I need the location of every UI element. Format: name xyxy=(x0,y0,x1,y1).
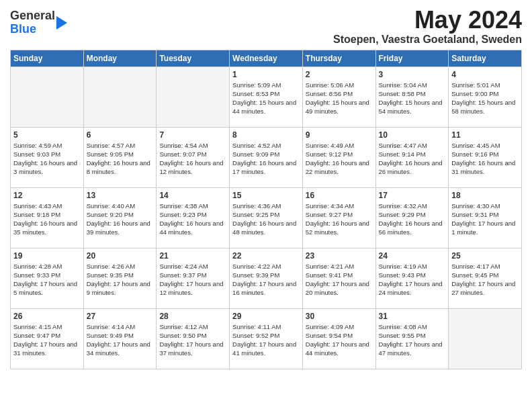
calendar-cell: 16Sunrise: 4:34 AMSunset: 9:27 PMDayligh… xyxy=(302,187,375,248)
day-detail: Sunrise: 5:06 AMSunset: 8:56 PMDaylight:… xyxy=(306,81,373,116)
day-detail: Sunrise: 4:14 AMSunset: 9:49 PMDaylight:… xyxy=(87,322,154,358)
day-detail: Sunrise: 4:09 AMSunset: 9:54 PMDaylight:… xyxy=(306,322,373,358)
day-number: 17 xyxy=(379,191,446,200)
calendar-cell: 1Sunrise: 5:09 AMSunset: 8:53 PMDaylight… xyxy=(230,66,303,127)
day-number: 9 xyxy=(306,130,373,140)
calendar-cell: 18Sunrise: 4:30 AMSunset: 9:31 PMDayligh… xyxy=(449,187,522,248)
calendar-title: May 2024 xyxy=(333,7,522,34)
day-detail: Sunrise: 4:45 AMSunset: 9:16 PMDaylight:… xyxy=(451,141,519,177)
calendar-cell: 8Sunrise: 4:52 AMSunset: 9:09 PMDaylight… xyxy=(230,127,303,187)
calendar-subtitle: Stoepen, Vaestra Goetaland, Sweden xyxy=(333,34,522,46)
weekday-header: Saturday xyxy=(449,50,522,66)
day-number: 8 xyxy=(232,130,300,140)
calendar-cell: 24Sunrise: 4:19 AMSunset: 9:43 PMDayligh… xyxy=(375,248,449,308)
calendar-cell: 2Sunrise: 5:06 AMSunset: 8:56 PMDaylight… xyxy=(302,66,375,127)
day-detail: Sunrise: 4:34 AMSunset: 9:27 PMDaylight:… xyxy=(306,201,373,237)
calendar-cell: 17Sunrise: 4:32 AMSunset: 9:29 PMDayligh… xyxy=(375,187,449,248)
calendar-cell: 30Sunrise: 4:09 AMSunset: 9:54 PMDayligh… xyxy=(302,308,375,369)
calendar-cell: 28Sunrise: 4:12 AMSunset: 9:50 PMDayligh… xyxy=(157,308,230,369)
weekday-header: Monday xyxy=(83,50,157,66)
calendar-cell: 15Sunrise: 4:36 AMSunset: 9:25 PMDayligh… xyxy=(230,187,303,248)
weekday-header: Thursday xyxy=(302,50,375,66)
calendar-table: SundayMondayTuesdayWednesdayThursdayFrid… xyxy=(10,50,522,369)
day-detail: Sunrise: 4:24 AMSunset: 9:37 PMDaylight:… xyxy=(159,262,226,298)
calendar-cell: 31Sunrise: 4:08 AMSunset: 9:55 PMDayligh… xyxy=(375,308,449,369)
logo-arrow-icon xyxy=(56,16,67,30)
day-detail: Sunrise: 4:59 AMSunset: 9:03 PMDaylight:… xyxy=(13,141,81,177)
day-detail: Sunrise: 4:15 AMSunset: 9:47 PMDaylight:… xyxy=(13,322,81,358)
calendar-cell xyxy=(11,66,84,127)
day-detail: Sunrise: 4:22 AMSunset: 9:39 PMDaylight:… xyxy=(232,262,300,298)
calendar-cell: 26Sunrise: 4:15 AMSunset: 9:47 PMDayligh… xyxy=(11,308,84,369)
day-detail: Sunrise: 4:47 AMSunset: 9:14 PMDaylight:… xyxy=(379,141,446,177)
day-detail: Sunrise: 4:28 AMSunset: 9:33 PMDaylight:… xyxy=(13,262,81,298)
calendar-cell: 11Sunrise: 4:45 AMSunset: 9:16 PMDayligh… xyxy=(449,127,522,187)
day-number: 7 xyxy=(159,130,226,140)
calendar-cell: 14Sunrise: 4:38 AMSunset: 9:23 PMDayligh… xyxy=(157,187,230,248)
day-number: 4 xyxy=(451,70,519,79)
weekday-header: Sunday xyxy=(11,50,84,66)
day-detail: Sunrise: 4:52 AMSunset: 9:09 PMDaylight:… xyxy=(232,141,300,177)
day-detail: Sunrise: 4:32 AMSunset: 9:29 PMDaylight:… xyxy=(379,201,446,237)
calendar-cell: 21Sunrise: 4:24 AMSunset: 9:37 PMDayligh… xyxy=(157,248,230,308)
calendar-cell: 12Sunrise: 4:43 AMSunset: 9:18 PMDayligh… xyxy=(11,187,84,248)
day-detail: Sunrise: 4:36 AMSunset: 9:25 PMDaylight:… xyxy=(232,201,300,237)
day-number: 26 xyxy=(13,312,81,321)
calendar-cell: 6Sunrise: 4:57 AMSunset: 9:05 PMDaylight… xyxy=(83,127,157,187)
header: General Blue May 2024 Stoepen, Vaestra G… xyxy=(10,7,522,46)
day-number: 14 xyxy=(159,191,226,200)
day-detail: Sunrise: 4:30 AMSunset: 9:31 PMDaylight:… xyxy=(451,201,519,237)
day-number: 15 xyxy=(232,191,300,200)
day-number: 18 xyxy=(451,191,519,200)
calendar-week-row: 12Sunrise: 4:43 AMSunset: 9:18 PMDayligh… xyxy=(11,187,522,248)
weekday-header-row: SundayMondayTuesdayWednesdayThursdayFrid… xyxy=(11,50,522,66)
calendar-cell xyxy=(157,66,230,127)
day-number: 24 xyxy=(379,251,446,261)
day-detail: Sunrise: 4:26 AMSunset: 9:35 PMDaylight:… xyxy=(87,262,154,298)
calendar-cell: 25Sunrise: 4:17 AMSunset: 9:45 PMDayligh… xyxy=(449,248,522,308)
calendar-cell: 13Sunrise: 4:40 AMSunset: 9:20 PMDayligh… xyxy=(83,187,157,248)
day-detail: Sunrise: 4:43 AMSunset: 9:18 PMDaylight:… xyxy=(13,201,81,237)
day-number: 10 xyxy=(379,130,446,140)
calendar-body: 1Sunrise: 5:09 AMSunset: 8:53 PMDaylight… xyxy=(11,66,522,369)
calendar-cell xyxy=(449,308,522,369)
weekday-header: Tuesday xyxy=(157,50,230,66)
day-number: 20 xyxy=(87,251,154,261)
day-detail: Sunrise: 4:19 AMSunset: 9:43 PMDaylight:… xyxy=(379,262,446,298)
calendar-week-row: 1Sunrise: 5:09 AMSunset: 8:53 PMDaylight… xyxy=(11,66,522,127)
title-area: May 2024 Stoepen, Vaestra Goetaland, Swe… xyxy=(333,7,522,46)
day-number: 6 xyxy=(87,130,154,140)
day-detail: Sunrise: 4:12 AMSunset: 9:50 PMDaylight:… xyxy=(159,322,226,358)
calendar-cell xyxy=(83,66,157,127)
day-detail: Sunrise: 4:17 AMSunset: 9:45 PMDaylight:… xyxy=(451,262,519,298)
day-number: 22 xyxy=(232,251,300,261)
calendar-cell: 20Sunrise: 4:26 AMSunset: 9:35 PMDayligh… xyxy=(83,248,157,308)
day-number: 16 xyxy=(306,191,373,200)
day-detail: Sunrise: 4:49 AMSunset: 9:12 PMDaylight:… xyxy=(306,141,373,177)
day-detail: Sunrise: 4:54 AMSunset: 9:07 PMDaylight:… xyxy=(159,141,226,177)
calendar-cell: 10Sunrise: 4:47 AMSunset: 9:14 PMDayligh… xyxy=(375,127,449,187)
calendar-cell: 5Sunrise: 4:59 AMSunset: 9:03 PMDaylight… xyxy=(11,127,84,187)
calendar-cell: 9Sunrise: 4:49 AMSunset: 9:12 PMDaylight… xyxy=(302,127,375,187)
calendar-cell: 19Sunrise: 4:28 AMSunset: 9:33 PMDayligh… xyxy=(11,248,84,308)
day-number: 13 xyxy=(87,191,154,200)
calendar-week-row: 26Sunrise: 4:15 AMSunset: 9:47 PMDayligh… xyxy=(11,308,522,369)
day-number: 12 xyxy=(13,191,81,200)
day-detail: Sunrise: 5:04 AMSunset: 8:58 PMDaylight:… xyxy=(379,81,446,116)
calendar-week-row: 5Sunrise: 4:59 AMSunset: 9:03 PMDaylight… xyxy=(11,127,522,187)
weekday-header: Wednesday xyxy=(230,50,303,66)
calendar-cell: 23Sunrise: 4:21 AMSunset: 9:41 PMDayligh… xyxy=(302,248,375,308)
day-detail: Sunrise: 4:21 AMSunset: 9:41 PMDaylight:… xyxy=(306,262,373,298)
day-number: 27 xyxy=(87,312,154,321)
day-number: 11 xyxy=(451,130,519,140)
calendar-cell: 29Sunrise: 4:11 AMSunset: 9:52 PMDayligh… xyxy=(230,308,303,369)
calendar-cell: 7Sunrise: 4:54 AMSunset: 9:07 PMDaylight… xyxy=(157,127,230,187)
calendar-cell: 27Sunrise: 4:14 AMSunset: 9:49 PMDayligh… xyxy=(83,308,157,369)
day-detail: Sunrise: 4:57 AMSunset: 9:05 PMDaylight:… xyxy=(87,141,154,177)
calendar-week-row: 19Sunrise: 4:28 AMSunset: 9:33 PMDayligh… xyxy=(11,248,522,308)
logo-text: General Blue xyxy=(10,9,55,36)
day-detail: Sunrise: 4:40 AMSunset: 9:20 PMDaylight:… xyxy=(87,201,154,237)
day-number: 1 xyxy=(232,70,300,79)
day-number: 25 xyxy=(451,251,519,261)
day-number: 31 xyxy=(379,312,446,321)
